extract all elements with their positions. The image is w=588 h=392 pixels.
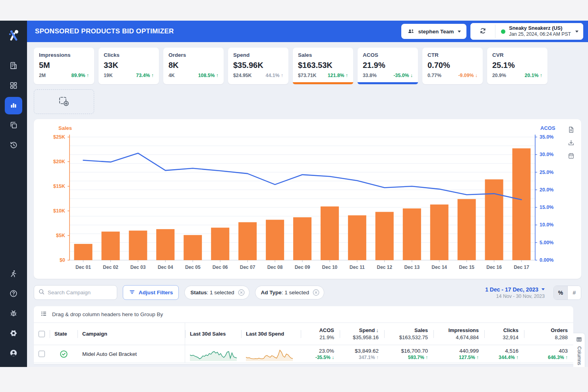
sales-bar [129,231,147,260]
report-doc-icon[interactable] [566,125,576,134]
chevron-down-icon [458,31,461,33]
svg-text:ACOS: ACOS [540,125,555,131]
sales-acos-chart-card: $0$5K$10K$15K$20K$25K0.00%5.00%10.0%15.0… [34,119,581,279]
sidebar-item-apps-grid[interactable] [5,77,22,95]
column-header-last-30d-sales[interactable]: Last 30d Sales [185,323,241,345]
svg-text:Dec 04: Dec 04 [158,265,173,270]
filter-chip-ad-type[interactable]: Ad Type: 1 selected [255,286,324,299]
sidebar-item-bar-chart[interactable] [5,97,22,114]
cell-spend: $3,849.62 347.1% ↑ [340,345,384,363]
column-total: $163,532.75 [399,334,428,340]
kpi-previous-value: 20.9% [492,73,506,78]
kpi-card-cvr[interactable]: CVR 25.1% 20.9% 20.1% ↑ [487,48,547,84]
add-metric-card-button[interactable] [34,89,94,114]
sidebar-item-user-account[interactable] [5,345,22,362]
adjust-filters-label: Adjust Filters [139,290,173,295]
groupby-icon [40,310,47,319]
column-header-campaign[interactable]: Campaign [77,323,185,345]
svg-text:5.00%: 5.00% [540,240,553,245]
svg-text:$0: $0 [60,257,65,263]
sidebar-item-copy-pages[interactable] [5,117,22,134]
svg-text:Dec 03: Dec 03 [130,265,146,270]
column-header-state[interactable]: State [50,323,77,345]
column-header-spend[interactable]: Spend↓ $35,958.16 [340,323,384,345]
chevron-down-icon [575,31,578,33]
sidebar-item-company-building[interactable] [5,57,22,75]
sidebar-item-bug-report[interactable] [5,305,22,322]
column-total: 8,288 [555,334,568,340]
kpi-delta: 20.1% ↑ [525,73,542,78]
date-range-picker[interactable]: 1 Dec - 17 Dec, 2023 14 Nov - 30 Nov, 20… [485,286,545,299]
sort-desc-icon: ↓ [376,327,379,333]
user-account-icon [9,349,18,359]
refresh-icon [479,27,487,36]
sales-bar [184,235,202,260]
kpi-previous-value: 0.77% [427,73,441,78]
date-range-label: 1 Dec - 17 Dec, 2023 [485,286,538,293]
value-mode-toggle: % # [553,286,581,300]
filter-icon [129,289,135,297]
kpi-card-impressions[interactable]: Impressions 5M 2M 89.9% ↑ [34,48,94,84]
kpi-previous-value: 4K [168,73,175,78]
kpi-card-spend[interactable]: Spend $35.96K $24.95K 44.1% ↑ [228,48,288,84]
filter-chip-status[interactable]: Status: 1 selected [184,286,249,299]
sales-bar [74,244,93,260]
kpi-value: 0.70% [427,61,478,70]
history-clock-icon [9,141,18,151]
search-input[interactable] [48,290,118,295]
svg-text:Dec 17: Dec 17 [514,265,529,270]
percent-mode-button[interactable]: % [554,286,567,299]
column-total: 21.9% [319,334,334,340]
kpi-value: 5M [39,61,89,70]
help-circle-icon [9,289,18,299]
campaign-name[interactable]: Midel Auto Gel Bracket [82,351,137,357]
svg-text:Dec 09: Dec 09 [295,265,310,270]
svg-text:Dec 02: Dec 02 [103,265,118,270]
kpi-delta: -9.09% ↓ [458,73,478,78]
svg-text:Dec 16: Dec 16 [486,265,502,270]
next-row-sliver [34,363,573,364]
column-header-last-30d-spend[interactable]: Last 30d Spend [241,323,301,345]
svg-text:$20K: $20K [53,159,65,164]
calendar-icon[interactable] [566,151,576,160]
svg-text:Dec 14: Dec 14 [431,265,447,270]
row-checkbox[interactable] [39,351,45,357]
apps-grid-icon [9,81,18,91]
column-header-clicks[interactable]: Clicks 32,914 [484,323,524,345]
team-selector[interactable]: stephen Team [401,24,466,39]
kpi-previous-value: 19K [104,73,113,78]
copy-pages-icon [9,121,18,131]
sidebar-nav-bottom [5,265,22,367]
sidebar-item-help-circle[interactable] [5,285,22,303]
kpi-card-ctr[interactable]: CTR 0.70% 0.77% -9.09% ↓ [422,48,483,84]
sidebar-item-history-clock[interactable] [5,137,22,154]
select-all-checkbox[interactable] [39,331,45,337]
svg-text:$10K: $10K [53,208,65,214]
column-header-orders[interactable]: Orders 8,288 [524,323,573,345]
column-header-sales[interactable]: Sales $163,532.75 [384,323,433,345]
kpi-card-acos[interactable]: ACOS 21.9% 33.8% -35.0% ↓ [358,48,418,84]
refresh-button[interactable] [470,23,495,40]
account-selector[interactable]: Sneaky Sneakerz (US) Jan 25, 2024, 06:24… [495,23,583,40]
sidebar-item-settings-gear[interactable] [5,325,22,342]
groupby-dropzone[interactable]: Drag & drop column headers here to Group… [34,306,573,323]
kpi-card-clicks[interactable]: Clicks 33K 19K 73.4% ↑ [99,48,159,84]
remove-filter-icon[interactable] [238,289,245,296]
sales-bar [156,229,174,260]
sidebar-item-quick-run[interactable] [5,265,22,283]
cell-orders: 403 646.3% ↑ [524,345,573,363]
brand-logo-icon[interactable] [0,21,27,49]
adjust-filters-button[interactable]: Adjust Filters [123,285,179,300]
download-icon[interactable] [566,138,576,147]
svg-text:$15K: $15K [53,183,65,189]
kpi-card-sales[interactable]: Sales $163.53K $73.71K 121.8% ↑ [293,48,353,84]
svg-text:10.0%: 10.0% [540,222,553,228]
columns-panel-toggle[interactable]: Columns [573,333,585,367]
number-mode-button[interactable]: # [567,286,581,299]
column-header-impressions[interactable]: Impressions 4,674,884 [433,323,484,345]
kpi-value: 21.9% [363,61,413,70]
remove-filter-icon[interactable] [312,289,320,296]
column-header-acos[interactable]: ACOS 21.9% [301,323,340,345]
svg-text:Sales: Sales [58,125,72,131]
kpi-card-orders[interactable]: Orders 8K 4K 108.5% ↑ [163,48,224,84]
